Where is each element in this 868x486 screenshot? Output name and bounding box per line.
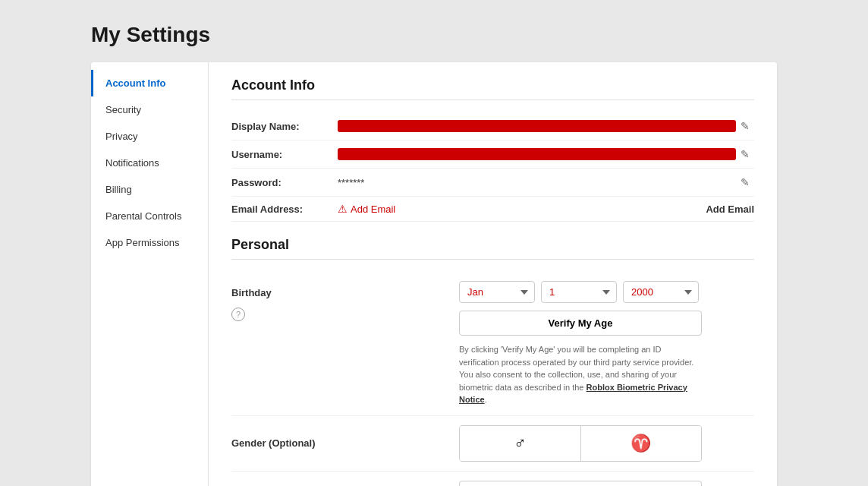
settings-page: My Settings Account Info Security Privac… [0, 0, 868, 486]
sidebar-item-parental-controls[interactable]: Parental Controls [91, 203, 208, 229]
email-row: Email Address: ⚠ Add Email Add Email [231, 197, 754, 222]
add-email-link[interactable]: ⚠ Add Email [338, 203, 395, 215]
sidebar: Account Info Security Privacy Notificati… [91, 62, 209, 486]
warning-icon: ⚠ [338, 203, 348, 215]
male-icon: ♂ [514, 434, 527, 453]
gender-male-button[interactable]: ♂ [460, 426, 581, 461]
birthday-year-select[interactable]: 2000 2001 2002 [623, 281, 699, 303]
password-row: Password: ******* ✎ [231, 169, 754, 197]
password-value: ******* [338, 177, 736, 188]
username-value [338, 148, 736, 160]
gender-buttons: ♂ ♈ [459, 425, 702, 462]
birthday-selects: Jan Feb Mar Apr May Jun Jul Aug Sep Oct [459, 281, 702, 303]
birthday-month-select[interactable]: Jan Feb Mar Apr May Jun Jul Aug Sep Oct [459, 281, 535, 303]
birthday-info-icon[interactable]: ? [231, 308, 245, 321]
sidebar-item-privacy[interactable]: Privacy [91, 123, 208, 150]
verify-age-button[interactable]: Verify My Age [459, 311, 702, 336]
language-row: Language English Spanish French German P… [231, 471, 754, 487]
birthday-row: Birthday ? Jan Feb Mar Apr May Jun [231, 272, 754, 415]
sidebar-item-security[interactable]: Security [91, 96, 208, 123]
sidebar-item-app-permissions[interactable]: App Permissions [91, 229, 208, 256]
birthday-label: Birthday [231, 281, 459, 298]
content-area: Account Info Security Privacy Notificati… [91, 62, 777, 486]
verify-description: By clicking 'Verify My Age' you will be … [459, 343, 702, 406]
add-email-button[interactable]: Add Email [706, 204, 754, 215]
personal-section: Personal Birthday ? Jan Feb Mar [231, 237, 754, 486]
display-name-value [338, 120, 736, 132]
account-info-title: Account Info [231, 77, 754, 100]
birthday-controls: Jan Feb Mar Apr May Jun Jul Aug Sep Oct [459, 281, 702, 406]
sidebar-item-account-info[interactable]: Account Info [91, 70, 208, 96]
personal-title: Personal [231, 237, 754, 260]
page-title: My Settings [91, 23, 777, 47]
main-content: Account Info Display Name: ✎ Username: ✎… [209, 62, 777, 486]
username-edit-icon[interactable]: ✎ [736, 147, 754, 162]
password-label: Password: [231, 177, 338, 188]
gender-label: Gender (Optional) [231, 437, 459, 449]
sidebar-item-billing[interactable]: Billing [91, 176, 208, 203]
display-name-row: Display Name: ✎ [231, 112, 754, 140]
username-row: Username: ✎ [231, 140, 754, 169]
gender-row: Gender (Optional) ♂ ♈ [231, 415, 754, 471]
email-label: Email Address: [231, 204, 338, 215]
account-info-section: Account Info Display Name: ✎ Username: ✎… [231, 77, 754, 222]
language-select[interactable]: English Spanish French German Portuguese [459, 481, 702, 487]
password-edit-icon[interactable]: ✎ [736, 175, 754, 190]
display-name-edit-icon[interactable]: ✎ [736, 118, 754, 134]
sidebar-item-notifications[interactable]: Notifications [91, 150, 208, 176]
username-label: Username: [231, 149, 338, 160]
birthday-day-select[interactable]: 1 2 3 [541, 281, 617, 303]
add-email-text: Add Email [351, 204, 395, 215]
gender-female-button[interactable]: ♈ [581, 426, 702, 461]
display-name-label: Display Name: [231, 121, 338, 132]
female-icon: ♈ [631, 434, 651, 453]
